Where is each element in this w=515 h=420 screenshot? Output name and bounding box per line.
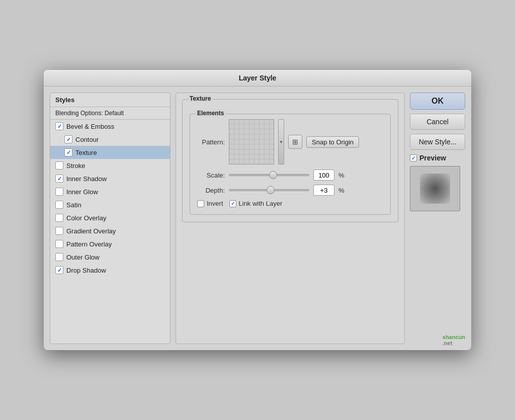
label-texture: Texture: [75, 149, 97, 156]
checkbox-row: Invert Link with Layer: [197, 200, 383, 207]
layer-style-dialog: Layer Style Styles Blending Options: Def…: [44, 70, 471, 350]
sidebar-item-contour[interactable]: Contour: [50, 133, 170, 146]
sidebar-item-outer-glow[interactable]: Outer Glow: [50, 250, 170, 264]
depth-label: Depth:: [197, 187, 225, 194]
depth-input[interactable]: [313, 185, 334, 196]
sidebar-item-pattern-overlay[interactable]: Pattern Overlay: [50, 237, 170, 250]
pattern-preview[interactable]: [229, 119, 274, 164]
sidebar-item-inner-glow[interactable]: Inner Glow: [50, 185, 170, 198]
label-outer-glow: Outer Glow: [66, 254, 100, 261]
preview-row: Preview: [410, 154, 465, 162]
preview-label-text: Preview: [419, 154, 446, 162]
blending-options-label: Blending Options: Default: [50, 107, 170, 120]
label-gradient-overlay: Gradient Overlay: [66, 227, 116, 235]
right-panel: OK Cancel New Style... Preview: [410, 93, 465, 344]
link-with-layer-checkbox-label[interactable]: Link with Layer: [229, 200, 283, 207]
scale-slider[interactable]: [229, 174, 309, 176]
sidebar-item-bevel-emboss[interactable]: Bevel & Emboss: [50, 120, 170, 133]
sidebar-item-satin[interactable]: Satin: [50, 198, 170, 211]
watermark-text-green: shancun: [443, 334, 465, 340]
scale-input[interactable]: [313, 170, 334, 181]
invert-label: Invert: [207, 200, 223, 207]
label-stroke: Stroke: [66, 162, 85, 170]
checkbox-texture[interactable]: [64, 148, 72, 156]
pattern-icon-button[interactable]: ⊞: [288, 135, 302, 149]
depth-thumb[interactable]: [267, 186, 275, 194]
label-satin: Satin: [66, 201, 81, 209]
ok-button[interactable]: OK: [410, 93, 465, 110]
label-inner-glow: Inner Glow: [66, 188, 98, 196]
pattern-dropdown-arrow[interactable]: ▼: [278, 119, 284, 164]
checkbox-gradient-overlay[interactable]: [55, 227, 63, 235]
label-pattern-overlay: Pattern Overlay: [66, 240, 112, 248]
invert-checkbox[interactable]: [197, 200, 204, 207]
sidebar-item-stroke[interactable]: Stroke: [50, 159, 170, 172]
label-drop-shadow: Drop Shadow: [66, 267, 106, 274]
scale-unit: %: [338, 172, 345, 179]
scale-row: Scale: %: [197, 170, 383, 181]
checkbox-outer-glow[interactable]: [55, 253, 63, 261]
pattern-label: Pattern:: [197, 138, 225, 146]
preview-checkbox[interactable]: [410, 154, 417, 161]
texture-legend: Texture: [188, 95, 213, 102]
scale-label: Scale:: [197, 172, 225, 179]
checkbox-drop-shadow[interactable]: [55, 266, 63, 274]
snap-to-origin-button[interactable]: Snap to Origin: [306, 136, 359, 148]
checkbox-pattern-overlay[interactable]: [55, 240, 63, 248]
checkbox-contour[interactable]: [64, 135, 72, 143]
watermark: shancun .net: [443, 334, 465, 346]
cancel-button[interactable]: Cancel: [410, 114, 465, 130]
preview-thumbnail: [410, 166, 460, 211]
pattern-row: Pattern: ▼ ⊞ Snap to Origin: [197, 119, 383, 164]
sidebar-item-inner-shadow[interactable]: Inner Shadow: [50, 172, 170, 185]
checkbox-bevel-emboss[interactable]: [55, 122, 63, 130]
elements-legend: Elements: [195, 110, 226, 117]
label-inner-shadow: Inner Shadow: [66, 175, 107, 183]
checkbox-inner-shadow[interactable]: [55, 175, 63, 183]
link-with-layer-checkbox[interactable]: [229, 200, 236, 207]
depth-unit: %: [338, 187, 345, 194]
invert-checkbox-label[interactable]: Invert: [197, 200, 223, 207]
sidebar-item-color-overlay[interactable]: Color Overlay: [50, 211, 170, 224]
link-label: Link with Layer: [239, 200, 283, 207]
sidebar-item-drop-shadow[interactable]: Drop Shadow: [50, 264, 170, 277]
checkbox-inner-glow[interactable]: [55, 188, 63, 196]
new-style-button[interactable]: New Style...: [410, 134, 465, 150]
checkbox-color-overlay[interactable]: [55, 214, 63, 222]
watermark-text-gray: .net: [443, 340, 453, 346]
sidebar-item-gradient-overlay[interactable]: Gradient Overlay: [50, 224, 170, 237]
elements-group: Elements Pattern: ▼ ⊞ Snap to Origin Sca…: [190, 114, 391, 215]
scale-thumb[interactable]: [269, 171, 277, 179]
sidebar-item-texture[interactable]: Texture: [50, 146, 170, 159]
depth-row: Depth: %: [197, 185, 383, 196]
checkbox-stroke[interactable]: [55, 161, 63, 170]
main-panel: Texture Elements Pattern: ▼ ⊞ Snap to Or…: [176, 93, 405, 344]
checkbox-satin[interactable]: [55, 201, 63, 209]
left-panel: Styles Blending Options: Default Bevel &…: [50, 93, 170, 344]
preview-image: [420, 174, 450, 204]
label-bevel-emboss: Bevel & Emboss: [66, 123, 114, 130]
depth-slider[interactable]: [229, 189, 309, 191]
texture-group: Texture Elements Pattern: ▼ ⊞ Snap to Or…: [182, 99, 398, 222]
dialog-title: Layer Style: [44, 70, 471, 87]
styles-header: Styles: [50, 93, 170, 107]
label-color-overlay: Color Overlay: [66, 214, 106, 222]
label-contour: Contour: [75, 136, 99, 143]
